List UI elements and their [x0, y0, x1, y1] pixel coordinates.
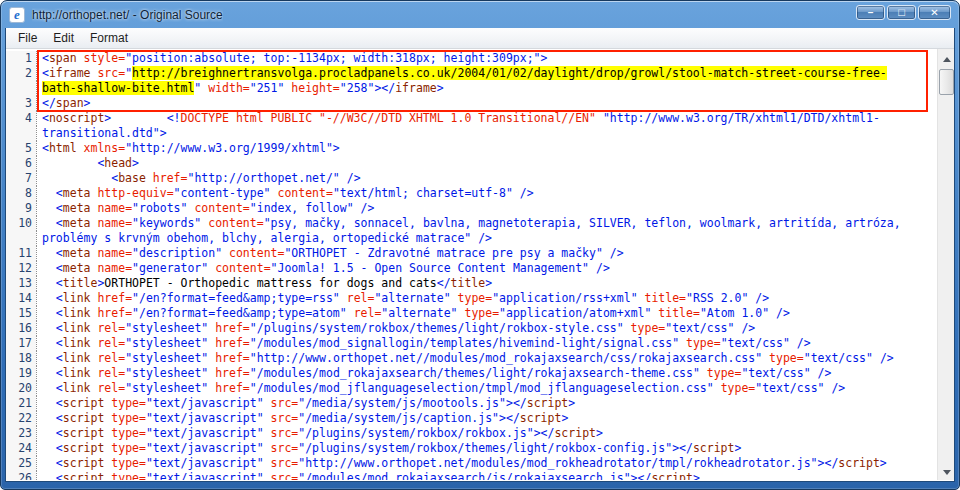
minimize-icon: – — [868, 8, 874, 18]
code-text: <span style="position:absolute; top:-113… — [36, 51, 937, 66]
line-number: 16 — [6, 321, 36, 336]
maximize-icon: □ — [898, 7, 905, 18]
code-row: transitional.dtd"> — [6, 126, 937, 141]
code-text: <title>ORTHOPET - Orthopedic mattress fo… — [36, 276, 937, 291]
code-text: <meta name="robots" content="index, foll… — [36, 201, 937, 216]
ie-e-glyph: e — [14, 7, 20, 23]
code-row: 1<span style="position:absolute; top:-11… — [6, 51, 937, 66]
code-text: <link rel="stylesheet" href="/modules/mo… — [36, 366, 937, 381]
code-text: <link rel="stylesheet" href="/modules/mo… — [36, 381, 937, 396]
code-text: <meta name="description" content="ORTHOP… — [36, 246, 937, 261]
code-row: 19 <link rel="stylesheet" href="/modules… — [6, 366, 937, 381]
code-text: transitional.dtd"> — [36, 126, 937, 141]
code-text: <link href="/en?format=feed&amp;type=ato… — [36, 306, 937, 321]
line-number — [6, 126, 36, 141]
line-number: 11 — [6, 246, 36, 261]
scroll-up-button[interactable] — [938, 51, 954, 67]
scrollbar-thumb[interactable] — [939, 69, 954, 95]
code-row: 16 <link rel="stylesheet" href="/plugins… — [6, 321, 937, 336]
code-row: bath-shallow-bite.html" width="251" heig… — [6, 81, 937, 96]
ie-page-icon: e — [9, 7, 25, 23]
code-text: <iframe src="http://breighnertransvolga.… — [36, 66, 937, 81]
title-bar[interactable]: e http://orthopet.net/ - Original Source… — [5, 1, 955, 28]
code-row: 12 <meta name="generator" content="Jooml… — [6, 261, 937, 276]
source-viewer-window: e http://orthopet.net/ - Original Source… — [0, 0, 960, 490]
code-text: <link href="/en?format=feed&amp;type=rss… — [36, 291, 937, 306]
code-row: 2<iframe src="http://breighnertransvolga… — [6, 66, 937, 81]
code-text: <meta name="generator" content="Joomla! … — [36, 261, 937, 276]
code-text: <link rel="stylesheet" href="/modules/mo… — [36, 336, 937, 351]
line-number: 2 — [6, 66, 36, 81]
line-number: 8 — [6, 186, 36, 201]
line-number: 6 — [6, 156, 36, 171]
code-row: 7 <base href="http://orthopet.net/" /> — [6, 171, 937, 186]
code-text: bath-shallow-bite.html" width="251" heig… — [36, 81, 937, 96]
line-number: 17 — [6, 336, 36, 351]
source-content: 1<span style="position:absolute; top:-11… — [6, 49, 954, 480]
window-title: http://orthopet.net/ - Original Source — [32, 8, 223, 22]
code-row: 22 <script type="text/javascript" src="/… — [6, 411, 937, 426]
code-row: 26 <script type="text/javascript" src="/… — [6, 471, 937, 480]
code-row: 5<html xmlns="http://www.w3.org/1999/xht… — [6, 141, 937, 156]
code-row: 4<noscript> <!DOCTYPE html PUBLIC "-//W3… — [6, 111, 937, 126]
line-number: 15 — [6, 306, 36, 321]
code-text: <head> — [36, 156, 937, 171]
code-text: <base href="http://orthopet.net/" /> — [36, 171, 937, 186]
line-number — [6, 81, 36, 96]
code-row: 23 <script type="text/javascript" src="/… — [6, 426, 937, 441]
line-number: 12 — [6, 261, 36, 276]
client-area: FileEditFormat 1<span style="position:ab… — [5, 28, 955, 482]
scroll-down-button[interactable] — [938, 464, 954, 480]
close-icon: ✕ — [930, 8, 938, 18]
code-text: <script type="text/javascript" src="/mod… — [36, 471, 937, 480]
code-row: 20 <link rel="stylesheet" href="/modules… — [6, 381, 937, 396]
maximize-button[interactable]: □ — [887, 5, 916, 20]
menu-bar: FileEditFormat — [6, 28, 954, 49]
close-button[interactable]: ✕ — [918, 5, 951, 20]
line-number: 1 — [6, 51, 36, 66]
code-row: 15 <link href="/en?format=feed&amp;type=… — [6, 306, 937, 321]
line-number: 18 — [6, 351, 36, 366]
code-rows: 1<span style="position:absolute; top:-11… — [6, 49, 937, 480]
code-text: <noscript> <!DOCTYPE html PUBLIC "-//W3C… — [36, 111, 937, 126]
code-row: 25 <script type="text/javascript" src="h… — [6, 456, 937, 471]
code-row: 17 <link rel="stylesheet" href="/modules… — [6, 336, 937, 351]
code-text: <script type="text/javascript" src="/med… — [36, 396, 937, 411]
line-number: 24 — [6, 441, 36, 456]
code-row: 18 <link rel="stylesheet" href="http://w… — [6, 351, 937, 366]
code-text: </span> — [36, 96, 937, 111]
code-row: 14 <link href="/en?format=feed&amp;type=… — [6, 291, 937, 306]
code-text: problémy s krvným obehom, blchy, alergia… — [36, 231, 937, 246]
up-arrow-icon — [943, 57, 951, 62]
down-arrow-icon — [943, 470, 951, 475]
line-number: 25 — [6, 456, 36, 471]
line-number — [6, 231, 36, 246]
code-row: 10 <meta name="keywords" content="psy, m… — [6, 216, 937, 231]
code-row: problémy s krvným obehom, blchy, alergia… — [6, 231, 937, 246]
line-number: 3 — [6, 96, 36, 111]
code-text: <script type="text/javascript" src="/plu… — [36, 426, 937, 441]
window-controls: – □ ✕ — [856, 5, 951, 20]
menu-file[interactable]: File — [10, 29, 45, 47]
code-row: 24 <script type="text/javascript" src="/… — [6, 441, 937, 456]
line-number: 13 — [6, 276, 36, 291]
code-text: <html xmlns="http://www.w3.org/1999/xhtm… — [36, 141, 937, 156]
code-row: 8 <meta http-equiv="content-type" conten… — [6, 186, 937, 201]
minimize-button[interactable]: – — [856, 5, 885, 20]
menu-format[interactable]: Format — [82, 29, 136, 47]
line-number: 4 — [6, 111, 36, 126]
line-number: 7 — [6, 171, 36, 186]
code-text: <script type="text/javascript" src="/plu… — [36, 441, 937, 456]
line-number: 9 — [6, 201, 36, 216]
code-text: <link rel="stylesheet" href="/plugins/sy… — [36, 321, 937, 336]
code-text: <script type="text/javascript" src="http… — [36, 456, 937, 471]
line-number: 19 — [6, 366, 36, 381]
code-row: 6 <head> — [6, 156, 937, 171]
code-row: 3</span> — [6, 96, 937, 111]
line-number: 21 — [6, 396, 36, 411]
menu-edit[interactable]: Edit — [45, 29, 82, 47]
code-text: <link rel="stylesheet" href="http://www.… — [36, 351, 937, 366]
line-number: 5 — [6, 141, 36, 156]
line-number: 20 — [6, 381, 36, 396]
vertical-scrollbar[interactable] — [937, 49, 954, 480]
